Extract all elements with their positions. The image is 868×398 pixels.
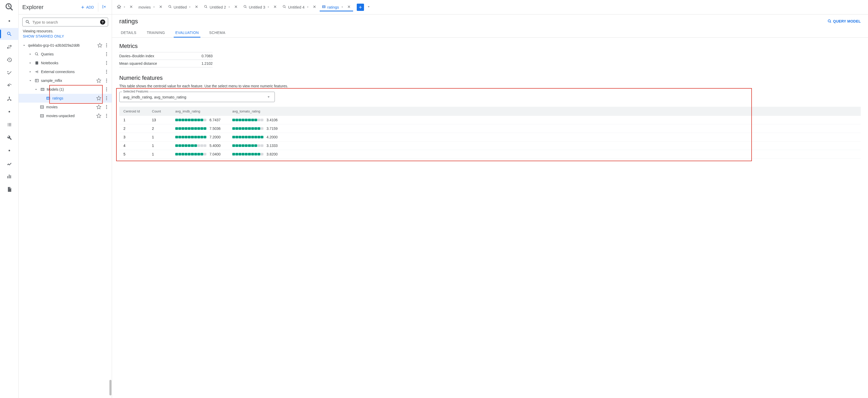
cell-count: 1: [152, 152, 175, 156]
caret-down-icon: [341, 5, 344, 9]
more-icon[interactable]: [103, 95, 110, 101]
rail-transfers-icon[interactable]: [0, 41, 19, 53]
rail-dot-3[interactable]: [0, 144, 19, 157]
svg-point-16: [106, 70, 107, 71]
rail-bars-icon[interactable]: [0, 170, 19, 183]
table-row: 415.40003.1333: [119, 141, 861, 150]
search-input[interactable]: [32, 20, 98, 24]
subtab-schema[interactable]: SCHEMA: [208, 28, 227, 37]
more-icon[interactable]: [103, 86, 110, 93]
star-icon[interactable]: [97, 42, 103, 48]
star-icon[interactable]: [96, 113, 102, 119]
scrollbar-thumb[interactable]: [110, 380, 112, 395]
tab-overflow-menu[interactable]: [365, 4, 372, 11]
sub-tab-bar: DETAILS TRAINING EVALUATION SCHEMA: [112, 25, 868, 38]
rail-hub-icon[interactable]: [0, 93, 19, 105]
more-icon[interactable]: [103, 51, 110, 57]
cell-avg-imdb: 6.7437: [175, 118, 232, 122]
tree-ratings[interactable]: ratings: [19, 94, 112, 103]
query-model-label: QUERY MODEL: [833, 19, 861, 23]
svg-point-7: [106, 46, 107, 47]
value-bar: [175, 136, 206, 138]
close-icon[interactable]: [194, 5, 198, 9]
tab-untitled-3[interactable]: Untitled 3: [241, 3, 279, 11]
tree-notebooks[interactable]: Notebooks: [19, 59, 112, 67]
close-icon[interactable]: [129, 5, 133, 9]
caret-down-icon: [152, 5, 156, 9]
value-bar: [175, 144, 206, 147]
metric-value: 0.7083: [202, 54, 213, 58]
dataset-icon: [34, 78, 39, 83]
tab-home[interactable]: [115, 3, 135, 11]
movies-label: movies: [46, 105, 58, 109]
rail-wrench-icon[interactable]: [0, 132, 19, 143]
more-icon[interactable]: [103, 60, 110, 66]
cell-avg-tomato: 3.7159: [232, 127, 289, 131]
caret-down-icon: [228, 5, 231, 9]
rail-search[interactable]: [0, 28, 19, 40]
add-button[interactable]: ADD: [78, 3, 96, 11]
star-icon[interactable]: [96, 104, 102, 110]
more-icon[interactable]: [103, 69, 110, 75]
tree-movies-unpacked[interactable]: movies-unpacked: [19, 111, 112, 120]
help-icon[interactable]: ?: [100, 20, 105, 25]
subtab-details[interactable]: DETAILS: [119, 28, 138, 37]
rail-dot-1[interactable]: [0, 15, 19, 27]
tree-dataset[interactable]: sample_mflix: [19, 76, 112, 85]
caret-down-icon: [306, 5, 309, 9]
rail-migration-icon[interactable]: [0, 80, 19, 92]
close-icon[interactable]: [159, 5, 163, 9]
svg-point-20: [106, 79, 107, 79]
close-icon[interactable]: [347, 5, 351, 9]
show-starred-only-button[interactable]: SHOW STARRED ONLY: [19, 34, 112, 41]
tab-untitled-4[interactable]: Untitled 4: [280, 3, 318, 11]
subtab-training[interactable]: TRAINING: [145, 28, 166, 37]
project-label: qwiklabs-gcp-01-a3b3d29a2dd6: [28, 43, 80, 47]
new-tab-button[interactable]: [357, 4, 364, 11]
more-icon[interactable]: [103, 104, 110, 110]
tab-ratings[interactable]: ratings: [320, 3, 353, 11]
chevron-down-icon: [22, 43, 26, 48]
external-label: External connections: [41, 70, 75, 74]
svg-point-18: [106, 73, 107, 74]
subtab-evaluation[interactable]: EVALUATION: [174, 28, 200, 37]
query-model-button[interactable]: QUERY MODEL: [827, 19, 861, 24]
tab-label: Untitled 4: [288, 5, 304, 9]
selected-features-dropdown[interactable]: Selected Features avg_imdb_rating, avg_t…: [119, 92, 275, 102]
more-icon[interactable]: [103, 77, 110, 84]
col-avg-imdb: avg_imdb_rating: [175, 109, 232, 113]
rail-chart-icon[interactable]: [0, 158, 19, 169]
close-icon[interactable]: [312, 5, 316, 9]
table-row: 517.04003.8200: [119, 150, 861, 159]
add-button-label: ADD: [86, 5, 94, 9]
cell-count: 13: [152, 118, 175, 122]
tab-untitled-1[interactable]: Untitled: [166, 3, 201, 11]
rail-dot-2[interactable]: [0, 106, 19, 118]
cell-avg-tomato: 3.8200: [232, 152, 289, 156]
more-icon[interactable]: [103, 113, 110, 119]
tab-untitled-2[interactable]: Untitled 2: [202, 3, 240, 11]
tree-external[interactable]: External connections: [19, 67, 112, 76]
star-icon[interactable]: [96, 77, 102, 84]
metrics-heading: Metrics: [119, 43, 861, 49]
rail-doc-icon[interactable]: [0, 184, 19, 195]
close-icon[interactable]: [234, 5, 238, 9]
collapse-panel-icon[interactable]: [98, 3, 108, 12]
cell-centroid-id: 2: [123, 127, 152, 131]
rail-history-icon[interactable]: [0, 54, 19, 66]
tree-queries[interactable]: Queries: [19, 50, 112, 59]
caret-down-icon: [188, 5, 191, 9]
search-input-wrap[interactable]: ?: [22, 18, 108, 26]
tree-project[interactable]: qwiklabs-gcp-01-a3b3d29a2dd6: [19, 41, 112, 50]
rail-list-icon[interactable]: [0, 119, 19, 131]
tree-models[interactable]: Models (1): [19, 85, 112, 94]
value-bar: [175, 127, 206, 130]
tab-movies[interactable]: movies: [136, 3, 165, 11]
close-icon[interactable]: [273, 5, 277, 9]
star-icon[interactable]: [96, 95, 102, 101]
tree-movies[interactable]: movies: [19, 103, 112, 111]
more-icon[interactable]: [103, 42, 110, 48]
rail-saved-queries-icon[interactable]: [0, 67, 19, 79]
svg-point-37: [106, 115, 107, 116]
cell-avg-tomato: 3.4106: [232, 118, 289, 122]
